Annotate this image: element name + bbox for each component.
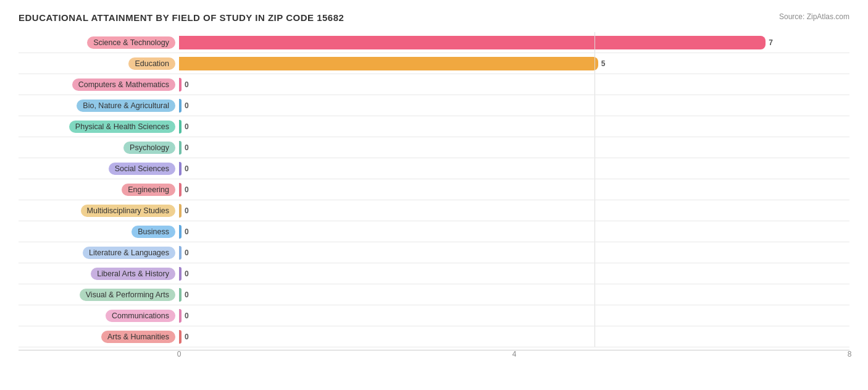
bar-wrap: 0 xyxy=(178,183,849,197)
chart-row: Multidisciplinary Studies0 xyxy=(19,200,849,221)
label-pill: Communications xyxy=(106,310,175,322)
chart-rows-container: Science & Technology7Education5Computers… xyxy=(19,32,849,350)
bar-segment xyxy=(179,183,182,197)
bar-value: 0 xyxy=(185,122,189,131)
chart-row: Bio, Nature & Agricultural0 xyxy=(19,95,849,116)
bar-label: Communications xyxy=(19,310,178,322)
bar-wrap: 5 xyxy=(178,57,849,70)
bar-wrap: 0 xyxy=(178,162,849,176)
x-label-end: 8 xyxy=(848,350,852,358)
chart-row: Education5 xyxy=(19,53,849,74)
bar-segment xyxy=(179,288,182,302)
bar-segment xyxy=(179,267,182,281)
bar-segment xyxy=(179,246,182,260)
label-pill: Engineering xyxy=(122,184,175,196)
bar-wrap: 0 xyxy=(178,309,849,323)
bar-segment xyxy=(179,204,182,218)
chart-row: Liberal Arts & History0 xyxy=(19,263,849,284)
label-pill: Psychology xyxy=(123,142,175,154)
label-pill: Bio, Nature & Agricultural xyxy=(77,100,175,112)
bar-segment xyxy=(179,99,182,112)
bar-segment xyxy=(179,36,766,49)
bar-segment xyxy=(179,141,182,155)
bar-value: 0 xyxy=(185,333,189,341)
label-pill: Liberal Arts & History xyxy=(91,268,175,280)
bar-value: 5 xyxy=(601,59,606,68)
bar-label: Science & Technology xyxy=(19,36,178,49)
chart-row: Engineering0 xyxy=(19,179,849,200)
chart-row: Communications0 xyxy=(19,305,849,326)
bar-wrap: 0 xyxy=(178,99,849,112)
bar-label: Bio, Nature & Agricultural xyxy=(19,100,178,112)
chart-wrapper: EDUCATIONAL ATTAINMENT BY FIELD OF STUDY… xyxy=(19,12,849,350)
chart-row: Literature & Languages0 xyxy=(19,242,849,263)
bar-value: 0 xyxy=(185,143,189,152)
label-pill: Social Sciences xyxy=(109,163,175,175)
chart-row: Computers & Mathematics0 xyxy=(19,74,849,95)
bar-value: 0 xyxy=(185,269,189,278)
bar-wrap: 0 xyxy=(178,204,849,218)
bar-wrap: 0 xyxy=(178,267,849,281)
bar-label: Visual & Performing Arts xyxy=(19,289,178,301)
label-pill: Physical & Health Sciences xyxy=(69,121,175,133)
x-label-mid: 4 xyxy=(512,350,517,358)
bar-wrap: 0 xyxy=(178,288,849,302)
chart-row: Social Sciences0 xyxy=(19,158,849,179)
label-pill: Business xyxy=(131,226,175,238)
bar-wrap: 0 xyxy=(178,246,849,260)
bar-segment xyxy=(179,57,598,70)
bar-value: 0 xyxy=(185,227,189,236)
bar-label: Engineering xyxy=(19,184,178,196)
source-label: Source: ZipAtlas.com xyxy=(779,12,849,21)
bar-segment xyxy=(179,162,182,176)
label-pill: Multidisciplinary Studies xyxy=(81,205,175,217)
bar-label: Education xyxy=(19,57,178,70)
bar-label: Computers & Mathematics xyxy=(19,78,178,91)
bar-label: Physical & Health Sciences xyxy=(19,121,178,133)
label-pill: Visual & Performing Arts xyxy=(80,289,175,301)
bar-wrap: 0 xyxy=(178,78,849,91)
bar-label: Psychology xyxy=(19,142,178,154)
x-label-0: 0 xyxy=(177,350,182,358)
label-pill: Science & Technology xyxy=(87,36,175,49)
bar-value: 0 xyxy=(185,101,189,110)
chart-row: Visual & Performing Arts0 xyxy=(19,284,849,305)
bar-label: Social Sciences xyxy=(19,163,178,175)
bar-label: Liberal Arts & History xyxy=(19,268,178,280)
bar-wrap: 0 xyxy=(178,330,849,344)
bar-label: Arts & Humanities xyxy=(19,331,178,343)
bar-wrap: 0 xyxy=(178,141,849,155)
chart-row: Science & Technology7 xyxy=(19,32,849,53)
bar-label: Literature & Languages xyxy=(19,247,178,259)
bar-segment xyxy=(179,330,182,344)
bar-value: 0 xyxy=(185,206,189,215)
bar-value: 0 xyxy=(185,290,189,299)
label-pill: Arts & Humanities xyxy=(101,331,175,343)
bar-wrap: 7 xyxy=(178,36,849,49)
x-axis-labels: 0 4 8 xyxy=(179,347,849,350)
bar-segment xyxy=(179,225,182,239)
bar-wrap: 0 xyxy=(178,225,849,239)
bar-wrap: 0 xyxy=(178,120,849,134)
bar-label: Multidisciplinary Studies xyxy=(19,205,178,217)
bar-segment xyxy=(179,78,182,91)
bar-value: 0 xyxy=(185,164,189,173)
bar-value: 0 xyxy=(185,312,189,320)
label-pill: Education xyxy=(128,57,175,70)
bar-value: 0 xyxy=(185,80,189,89)
chart-row: Business0 xyxy=(19,221,849,242)
bar-value: 7 xyxy=(769,38,773,47)
chart-title: EDUCATIONAL ATTAINMENT BY FIELD OF STUDY… xyxy=(19,12,344,23)
bar-segment xyxy=(179,120,182,134)
bar-segment xyxy=(179,309,182,323)
chart-row: Arts & Humanities0 xyxy=(19,326,849,347)
label-pill: Literature & Languages xyxy=(83,247,175,259)
label-pill: Computers & Mathematics xyxy=(72,78,175,91)
bar-label: Business xyxy=(19,226,178,238)
bar-value: 0 xyxy=(185,185,189,194)
bar-value: 0 xyxy=(185,248,189,257)
chart-row: Physical & Health Sciences0 xyxy=(19,116,849,137)
chart-row: Psychology0 xyxy=(19,137,849,158)
